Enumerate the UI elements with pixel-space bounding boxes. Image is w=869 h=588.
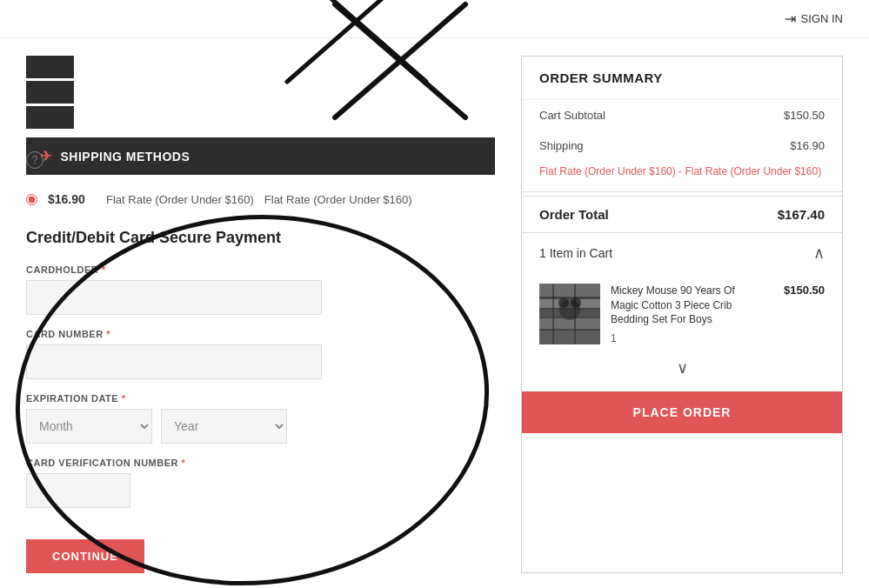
step-indicators bbox=[26, 56, 495, 129]
product-price: $150.50 bbox=[772, 284, 825, 297]
shipping-label2: Flat Rate (Order Under $160) bbox=[264, 192, 412, 208]
shipping-row: Shipping $16.90 bbox=[522, 130, 842, 161]
step-bar-3 bbox=[26, 106, 74, 129]
shipping-method-link[interactable]: Flat Rate (Order Under $160) - Flat Rate… bbox=[539, 164, 825, 179]
step-bar-2 bbox=[26, 81, 74, 104]
shipping-methods-header: ✈ SHIPPING METHODS bbox=[26, 137, 495, 175]
cart-items-toggle[interactable]: 1 Item in Cart ∧ bbox=[522, 232, 842, 273]
card-number-label: CARD NUMBER * bbox=[26, 329, 495, 339]
chevron-down-icon: ∨ bbox=[677, 358, 688, 378]
svg-point-11 bbox=[558, 297, 569, 308]
shipping-row-value: $16.90 bbox=[790, 139, 825, 152]
payment-title: Credit/Debit Card Secure Payment bbox=[26, 229, 495, 247]
shipping-label1: Flat Rate (Order Under $160) bbox=[106, 192, 254, 208]
shipping-price: $16.90 bbox=[48, 192, 96, 206]
cart-subtotal-value: $150.50 bbox=[784, 109, 825, 122]
expiration-label: EXPIRATION DATE * bbox=[26, 393, 495, 404]
svg-rect-3 bbox=[539, 284, 600, 297]
expiration-group: EXPIRATION DATE * Month 01 02 03 04 05 0… bbox=[26, 393, 495, 444]
cart-item: Mickey Mouse 90 Years Of Magic Cotton 3 … bbox=[522, 273, 842, 355]
place-order-button[interactable]: PLACE ORDER bbox=[522, 391, 842, 433]
step-bar-1 bbox=[26, 56, 74, 78]
shipping-option: $16.90 Flat Rate (Order Under $160) Flat… bbox=[26, 189, 495, 211]
card-number-input[interactable] bbox=[26, 344, 322, 379]
left-column: ? ✈ SHIPPING METHODS $16.90 Flat Rate (O… bbox=[26, 56, 495, 573]
item-chevron-down[interactable]: ∨ bbox=[522, 355, 842, 388]
cart-subtotal-label: Cart Subtotal bbox=[539, 109, 605, 122]
card-number-group: CARD NUMBER * bbox=[26, 329, 495, 379]
shipping-methods-section: ✈ SHIPPING METHODS $16.90 Flat Rate (Ord… bbox=[26, 137, 495, 211]
svg-rect-8 bbox=[552, 284, 554, 344]
cvn-label: CARD VERIFICATION NUMBER * bbox=[26, 458, 495, 468]
chevron-up-icon: ∧ bbox=[813, 244, 825, 263]
cvn-input[interactable] bbox=[26, 473, 130, 508]
svg-rect-7 bbox=[539, 331, 600, 344]
shipping-row-label: Shipping bbox=[539, 139, 584, 152]
order-total-row: Order Total $167.40 bbox=[522, 196, 842, 232]
shipping-title: SHIPPING METHODS bbox=[61, 150, 191, 164]
cart-subtotal-row: Cart Subtotal $150.50 bbox=[522, 100, 842, 130]
order-total-label: Order Total bbox=[539, 207, 609, 222]
page-header: ⇥ SIGN IN bbox=[0, 0, 869, 38]
order-total-value: $167.40 bbox=[778, 207, 825, 222]
product-image-inner bbox=[539, 284, 600, 344]
help-icon[interactable]: ? bbox=[26, 151, 43, 169]
sign-in-label: SIGN IN bbox=[801, 12, 843, 25]
expiry-year-select[interactable]: Year 2024 2025 2026 2027 2028 2029 bbox=[161, 409, 287, 444]
shipping-radio[interactable] bbox=[26, 194, 37, 205]
product-details: Mickey Mouse 90 Years Of Magic Cotton 3 … bbox=[611, 284, 762, 344]
product-image-svg bbox=[539, 284, 600, 344]
cvn-group: CARD VERIFICATION NUMBER * bbox=[26, 458, 495, 508]
product-name: Mickey Mouse 90 Years Of Magic Cotton 3 … bbox=[611, 284, 762, 327]
sign-in-link[interactable]: ⇥ SIGN IN bbox=[785, 10, 843, 27]
svg-point-12 bbox=[571, 297, 581, 308]
sign-in-icon: ⇥ bbox=[785, 10, 796, 27]
product-image bbox=[539, 284, 600, 344]
summary-title: ORDER SUMMARY bbox=[522, 57, 842, 100]
cardholder-group: CARDHOLDER * bbox=[26, 264, 495, 315]
cardholder-input[interactable] bbox=[26, 280, 322, 315]
expiry-month-select[interactable]: Month 01 02 03 04 05 06 07 08 09 10 11 1… bbox=[26, 409, 152, 444]
expiry-row: Month 01 02 03 04 05 06 07 08 09 10 11 1… bbox=[26, 409, 495, 444]
summary-divider bbox=[522, 191, 842, 192]
product-quantity: 1 bbox=[611, 332, 762, 344]
cardholder-label: CARDHOLDER * bbox=[26, 264, 495, 275]
continue-button[interactable]: CONTINUE bbox=[26, 539, 144, 573]
payment-section: Credit/Debit Card Secure Payment CARDHOL… bbox=[26, 229, 495, 573]
order-summary: ORDER SUMMARY Cart Subtotal $150.50 Ship… bbox=[521, 56, 843, 573]
shipping-method-row: Flat Rate (Order Under $160) - Flat Rate… bbox=[522, 161, 842, 188]
cart-items-label: 1 Item in Cart bbox=[539, 246, 612, 260]
main-content: ? ✈ SHIPPING METHODS $16.90 Flat Rate (O… bbox=[0, 38, 869, 588]
